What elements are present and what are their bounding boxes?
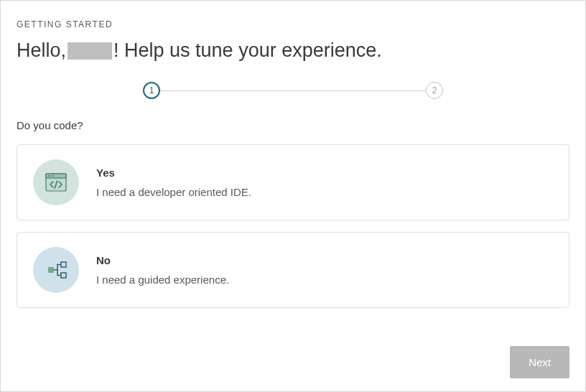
user-name-placeholder — [68, 42, 112, 60]
page-heading: Hello, ! Help us tune your experience. — [17, 39, 569, 62]
step-connector — [160, 90, 426, 91]
next-button[interactable]: Next — [510, 346, 569, 378]
option-no-title: No — [96, 254, 553, 266]
svg-point-3 — [50, 175, 52, 177]
stepper: 1 2 — [17, 82, 569, 99]
option-yes-subtitle: I need a developer oriented IDE. — [96, 186, 553, 198]
option-yes-title: Yes — [96, 167, 553, 179]
option-no-subtitle: I need a guided experience. — [96, 274, 553, 286]
option-no[interactable]: No I need a guided experience. — [17, 232, 569, 308]
eyebrow-label: GETTING STARTED — [17, 19, 569, 29]
step-2: 2 — [426, 82, 443, 99]
svg-rect-7 — [61, 262, 66, 267]
greeting-prefix: Hello, — [17, 39, 66, 62]
step-1: 1 — [143, 82, 160, 99]
footer: Next — [510, 346, 569, 378]
svg-point-2 — [48, 175, 50, 177]
svg-rect-8 — [61, 273, 66, 278]
question-label: Do you code? — [17, 119, 569, 131]
greeting-suffix: ! Help us tune your experience. — [113, 39, 382, 62]
guided-icon — [33, 247, 79, 293]
code-icon — [33, 159, 79, 205]
svg-rect-6 — [48, 267, 54, 273]
option-yes[interactable]: Yes I need a developer oriented IDE. — [17, 144, 569, 220]
svg-point-4 — [53, 175, 55, 177]
